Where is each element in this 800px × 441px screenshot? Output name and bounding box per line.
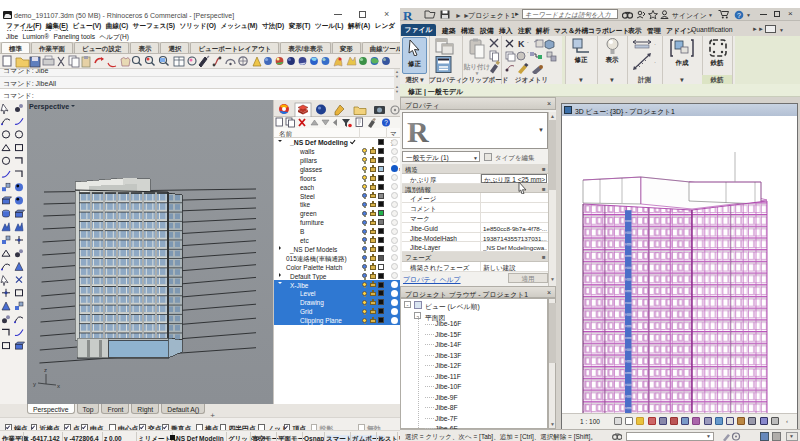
svg-text:·: ·	[654, 59, 656, 65]
svg-text:?: ?	[384, 119, 388, 126]
svg-text:-: -	[527, 49, 529, 55]
svg-text:K: K	[518, 39, 525, 49]
svg-text:-: -	[527, 39, 529, 45]
svg-text:·: ·	[654, 41, 656, 47]
svg-text:x: x	[57, 383, 60, 389]
svg-text:?: ?	[737, 11, 741, 18]
svg-text:y: y	[33, 381, 36, 387]
svg-text:R: R	[403, 8, 413, 21]
svg-text:z: z	[44, 367, 47, 373]
svg-text:R: R	[407, 115, 429, 147]
